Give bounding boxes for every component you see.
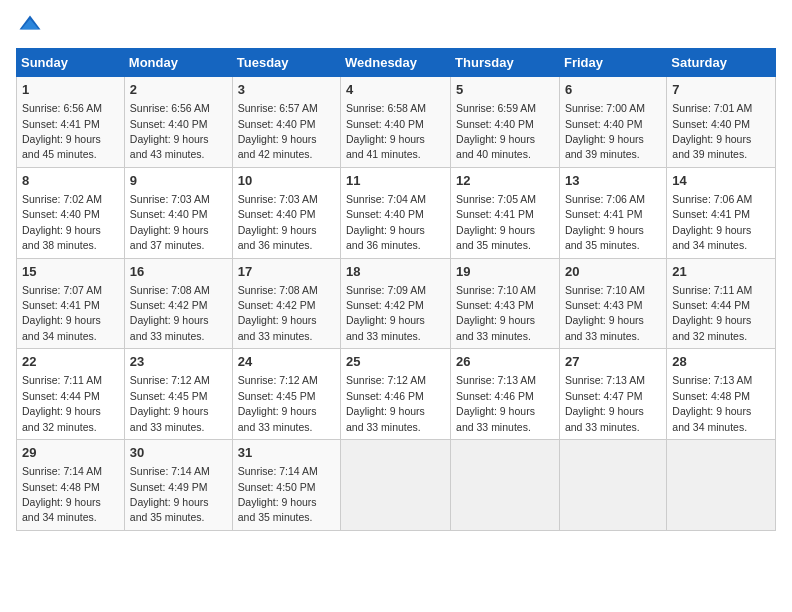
day-number: 26	[456, 353, 554, 371]
day-info: Sunrise: 7:10 AMSunset: 4:43 PMDaylight:…	[565, 284, 645, 342]
calendar-cell: 2 Sunrise: 6:56 AMSunset: 4:40 PMDayligh…	[124, 77, 232, 168]
day-number: 28	[672, 353, 770, 371]
calendar-cell: 12 Sunrise: 7:05 AMSunset: 4:41 PMDaylig…	[451, 167, 560, 258]
day-info: Sunrise: 7:02 AMSunset: 4:40 PMDaylight:…	[22, 193, 102, 251]
day-info: Sunrise: 7:11 AMSunset: 4:44 PMDaylight:…	[22, 374, 102, 432]
day-info: Sunrise: 7:03 AMSunset: 4:40 PMDaylight:…	[130, 193, 210, 251]
calendar-cell: 31 Sunrise: 7:14 AMSunset: 4:50 PMDaylig…	[232, 440, 340, 531]
calendar-cell: 25 Sunrise: 7:12 AMSunset: 4:46 PMDaylig…	[341, 349, 451, 440]
day-info: Sunrise: 7:06 AMSunset: 4:41 PMDaylight:…	[565, 193, 645, 251]
day-info: Sunrise: 7:12 AMSunset: 4:45 PMDaylight:…	[130, 374, 210, 432]
calendar-cell: 29 Sunrise: 7:14 AMSunset: 4:48 PMDaylig…	[17, 440, 125, 531]
calendar-cell: 20 Sunrise: 7:10 AMSunset: 4:43 PMDaylig…	[559, 258, 666, 349]
day-number: 31	[238, 444, 335, 462]
day-info: Sunrise: 7:09 AMSunset: 4:42 PMDaylight:…	[346, 284, 426, 342]
day-number: 9	[130, 172, 227, 190]
day-number: 15	[22, 263, 119, 281]
day-info: Sunrise: 7:01 AMSunset: 4:40 PMDaylight:…	[672, 102, 752, 160]
day-header-sunday: Sunday	[17, 49, 125, 77]
day-number: 3	[238, 81, 335, 99]
header	[16, 12, 776, 40]
calendar-cell: 26 Sunrise: 7:13 AMSunset: 4:46 PMDaylig…	[451, 349, 560, 440]
day-info: Sunrise: 7:14 AMSunset: 4:49 PMDaylight:…	[130, 465, 210, 523]
calendar-week-5: 29 Sunrise: 7:14 AMSunset: 4:48 PMDaylig…	[17, 440, 776, 531]
day-number: 19	[456, 263, 554, 281]
calendar-cell: 16 Sunrise: 7:08 AMSunset: 4:42 PMDaylig…	[124, 258, 232, 349]
calendar-cell: 23 Sunrise: 7:12 AMSunset: 4:45 PMDaylig…	[124, 349, 232, 440]
day-info: Sunrise: 6:56 AMSunset: 4:40 PMDaylight:…	[130, 102, 210, 160]
day-info: Sunrise: 7:04 AMSunset: 4:40 PMDaylight:…	[346, 193, 426, 251]
calendar-cell: 19 Sunrise: 7:10 AMSunset: 4:43 PMDaylig…	[451, 258, 560, 349]
day-info: Sunrise: 7:07 AMSunset: 4:41 PMDaylight:…	[22, 284, 102, 342]
day-number: 18	[346, 263, 445, 281]
day-info: Sunrise: 7:11 AMSunset: 4:44 PMDaylight:…	[672, 284, 752, 342]
calendar-cell: 14 Sunrise: 7:06 AMSunset: 4:41 PMDaylig…	[667, 167, 776, 258]
calendar-cell: 7 Sunrise: 7:01 AMSunset: 4:40 PMDayligh…	[667, 77, 776, 168]
calendar-cell: 1 Sunrise: 6:56 AMSunset: 4:41 PMDayligh…	[17, 77, 125, 168]
calendar-cell: 22 Sunrise: 7:11 AMSunset: 4:44 PMDaylig…	[17, 349, 125, 440]
calendar-cell	[341, 440, 451, 531]
calendar-cell: 21 Sunrise: 7:11 AMSunset: 4:44 PMDaylig…	[667, 258, 776, 349]
day-header-tuesday: Tuesday	[232, 49, 340, 77]
day-info: Sunrise: 7:13 AMSunset: 4:47 PMDaylight:…	[565, 374, 645, 432]
day-number: 13	[565, 172, 661, 190]
day-number: 8	[22, 172, 119, 190]
calendar-cell: 30 Sunrise: 7:14 AMSunset: 4:49 PMDaylig…	[124, 440, 232, 531]
day-header-friday: Friday	[559, 49, 666, 77]
calendar-cell: 9 Sunrise: 7:03 AMSunset: 4:40 PMDayligh…	[124, 167, 232, 258]
calendar-cell: 5 Sunrise: 6:59 AMSunset: 4:40 PMDayligh…	[451, 77, 560, 168]
logo-icon	[16, 12, 44, 40]
day-number: 25	[346, 353, 445, 371]
calendar-week-3: 15 Sunrise: 7:07 AMSunset: 4:41 PMDaylig…	[17, 258, 776, 349]
day-info: Sunrise: 7:12 AMSunset: 4:46 PMDaylight:…	[346, 374, 426, 432]
calendar-cell: 6 Sunrise: 7:00 AMSunset: 4:40 PMDayligh…	[559, 77, 666, 168]
day-info: Sunrise: 7:08 AMSunset: 4:42 PMDaylight:…	[238, 284, 318, 342]
day-number: 16	[130, 263, 227, 281]
calendar-cell: 3 Sunrise: 6:57 AMSunset: 4:40 PMDayligh…	[232, 77, 340, 168]
day-number: 27	[565, 353, 661, 371]
day-info: Sunrise: 7:14 AMSunset: 4:48 PMDaylight:…	[22, 465, 102, 523]
day-number: 2	[130, 81, 227, 99]
day-number: 20	[565, 263, 661, 281]
calendar-cell	[667, 440, 776, 531]
day-number: 12	[456, 172, 554, 190]
day-number: 11	[346, 172, 445, 190]
calendar-cell: 24 Sunrise: 7:12 AMSunset: 4:45 PMDaylig…	[232, 349, 340, 440]
day-number: 29	[22, 444, 119, 462]
calendar-cell: 27 Sunrise: 7:13 AMSunset: 4:47 PMDaylig…	[559, 349, 666, 440]
day-info: Sunrise: 6:56 AMSunset: 4:41 PMDaylight:…	[22, 102, 102, 160]
page-container: SundayMondayTuesdayWednesdayThursdayFrid…	[0, 0, 792, 539]
logo	[16, 12, 48, 40]
calendar-cell: 13 Sunrise: 7:06 AMSunset: 4:41 PMDaylig…	[559, 167, 666, 258]
day-number: 4	[346, 81, 445, 99]
day-header-monday: Monday	[124, 49, 232, 77]
day-info: Sunrise: 7:14 AMSunset: 4:50 PMDaylight:…	[238, 465, 318, 523]
day-info: Sunrise: 6:59 AMSunset: 4:40 PMDaylight:…	[456, 102, 536, 160]
day-number: 21	[672, 263, 770, 281]
day-header-thursday: Thursday	[451, 49, 560, 77]
day-number: 14	[672, 172, 770, 190]
day-info: Sunrise: 6:57 AMSunset: 4:40 PMDaylight:…	[238, 102, 318, 160]
calendar-cell: 10 Sunrise: 7:03 AMSunset: 4:40 PMDaylig…	[232, 167, 340, 258]
calendar-table: SundayMondayTuesdayWednesdayThursdayFrid…	[16, 48, 776, 531]
day-info: Sunrise: 7:03 AMSunset: 4:40 PMDaylight:…	[238, 193, 318, 251]
calendar-week-1: 1 Sunrise: 6:56 AMSunset: 4:41 PMDayligh…	[17, 77, 776, 168]
day-info: Sunrise: 6:58 AMSunset: 4:40 PMDaylight:…	[346, 102, 426, 160]
day-info: Sunrise: 7:10 AMSunset: 4:43 PMDaylight:…	[456, 284, 536, 342]
day-number: 17	[238, 263, 335, 281]
calendar-week-4: 22 Sunrise: 7:11 AMSunset: 4:44 PMDaylig…	[17, 349, 776, 440]
day-info: Sunrise: 7:13 AMSunset: 4:48 PMDaylight:…	[672, 374, 752, 432]
day-info: Sunrise: 7:00 AMSunset: 4:40 PMDaylight:…	[565, 102, 645, 160]
day-number: 1	[22, 81, 119, 99]
calendar-cell	[451, 440, 560, 531]
calendar-cell: 8 Sunrise: 7:02 AMSunset: 4:40 PMDayligh…	[17, 167, 125, 258]
day-info: Sunrise: 7:05 AMSunset: 4:41 PMDaylight:…	[456, 193, 536, 251]
day-number: 7	[672, 81, 770, 99]
day-info: Sunrise: 7:12 AMSunset: 4:45 PMDaylight:…	[238, 374, 318, 432]
calendar-cell: 17 Sunrise: 7:08 AMSunset: 4:42 PMDaylig…	[232, 258, 340, 349]
calendar-header-row: SundayMondayTuesdayWednesdayThursdayFrid…	[17, 49, 776, 77]
day-info: Sunrise: 7:06 AMSunset: 4:41 PMDaylight:…	[672, 193, 752, 251]
day-info: Sunrise: 7:08 AMSunset: 4:42 PMDaylight:…	[130, 284, 210, 342]
calendar-cell	[559, 440, 666, 531]
calendar-cell: 18 Sunrise: 7:09 AMSunset: 4:42 PMDaylig…	[341, 258, 451, 349]
